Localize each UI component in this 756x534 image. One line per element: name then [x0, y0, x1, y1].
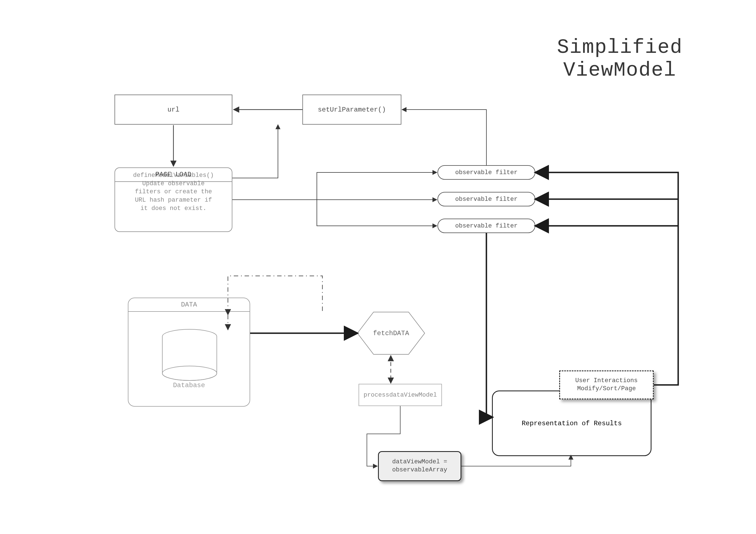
connectors — [0, 0, 756, 534]
diagram-canvas: Simplified ViewModel url setUrlParameter… — [0, 0, 756, 534]
